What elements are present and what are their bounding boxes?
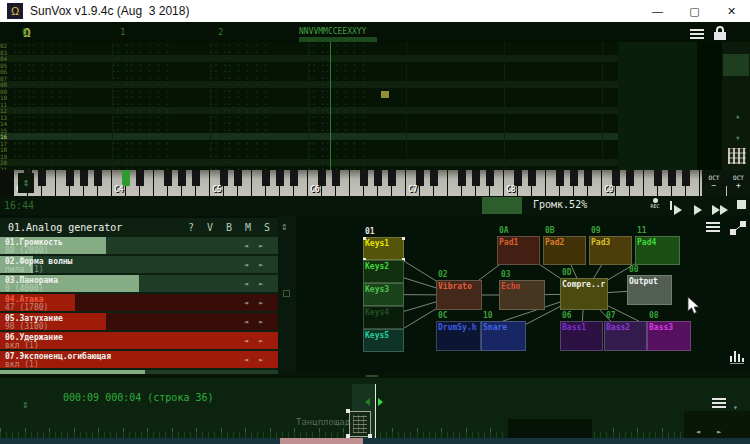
controller-row[interactable]: 04.Атака47 (1780)◄► — [0, 294, 278, 311]
controller-inc-arrow[interactable]: ► — [259, 356, 263, 364]
piano-key-black[interactable] — [220, 170, 228, 186]
module-keys2[interactable]: Keys2 — [363, 260, 404, 283]
piano-key-black[interactable] — [192, 170, 200, 186]
piano-key-black[interactable] — [290, 170, 298, 186]
piano-key-black[interactable] — [654, 170, 662, 186]
controller-dec-arrow[interactable]: ◄ — [244, 280, 248, 288]
controller-row[interactable]: 03.Панорама0 (4000)◄► — [0, 275, 278, 292]
module-pad4[interactable]: Pad4 — [635, 236, 680, 265]
scrollbar-thumb[interactable] — [723, 54, 749, 76]
controller-inc-arrow[interactable]: ► — [259, 299, 263, 307]
module-keys3[interactable]: Keys3 — [363, 283, 404, 306]
piano-key-black[interactable] — [668, 170, 676, 186]
mini-keyboard-icon[interactable] — [728, 148, 746, 164]
minimize-button[interactable]: — — [639, 0, 676, 22]
piano-key-black[interactable] — [612, 170, 620, 186]
timeline-caret-icon[interactable]: ▾ — [733, 403, 738, 412]
divider-handle-icon[interactable]: ⇕ — [281, 220, 288, 233]
controller-dec-arrow[interactable]: ◄ — [244, 242, 248, 250]
panel-button-v[interactable]: V — [207, 222, 213, 233]
controller-dec-arrow[interactable]: ◄ — [244, 261, 248, 269]
module-bass1[interactable]: Bass1 — [560, 321, 603, 351]
piano-key-black[interactable] — [486, 170, 494, 186]
piano-key-black[interactable] — [416, 170, 424, 186]
controller-dec-arrow[interactable]: ◄ — [244, 299, 248, 307]
scroll-up-icon[interactable]: ▲ — [736, 112, 740, 119]
lock-icon[interactable] — [713, 26, 729, 41]
piano-key-black[interactable] — [556, 170, 564, 186]
selection-handle[interactable] — [346, 409, 350, 413]
panel-divider[interactable]: ⇕ — [278, 215, 296, 374]
piano-key-black[interactable] — [374, 170, 382, 186]
modules-menu-icon[interactable] — [706, 222, 720, 234]
piano-key-black[interactable] — [234, 170, 242, 186]
modules-panel[interactable]: 01Keys1Keys2Keys3Keys4Keys502Vibrato03Ec… — [296, 215, 750, 374]
controller-dec-arrow[interactable]: ◄ — [244, 337, 248, 345]
piano-key-black[interactable] — [94, 170, 102, 186]
piano-key-black[interactable] — [682, 170, 690, 186]
piano-key-black[interactable] — [66, 170, 74, 186]
module-drumsyh[interactable]: DrumSy.h — [436, 321, 481, 351]
controller-inc-arrow[interactable]: ► — [259, 280, 263, 288]
module-pad3[interactable]: Pad3 — [589, 236, 632, 265]
pattern-scrollbar[interactable]: ▲ ▼ — [722, 42, 750, 172]
controller-row[interactable]: 02.Форма волныпила (1)◄► — [0, 256, 278, 273]
controller-inc-arrow[interactable]: ► — [259, 242, 263, 250]
keyboard-resize-handle[interactable]: ⇕ — [18, 173, 34, 193]
piano-key-black[interactable] — [388, 170, 396, 186]
piano-key-black[interactable] — [430, 170, 438, 186]
piano-key-black[interactable] — [570, 170, 578, 186]
maximize-button[interactable]: ▢ — [676, 0, 713, 22]
panel-button-b[interactable]: B — [226, 222, 232, 233]
piano-key-black[interactable] — [514, 170, 522, 186]
module-keys5[interactable]: Keys5 — [363, 329, 404, 352]
stop-button[interactable] — [737, 200, 746, 209]
controller-row[interactable]: 01.Громкость80 (2800)◄► — [0, 237, 278, 254]
timeline-scrollbar[interactable] — [0, 438, 750, 444]
octave-down-button[interactable]: OCT− — [702, 170, 726, 196]
close-button[interactable]: ✕ — [713, 0, 750, 22]
module-snare[interactable]: Snare — [481, 321, 526, 351]
rec-button[interactable]: REC — [646, 198, 664, 213]
controller-row[interactable]: 06.Удержаниевкл (1)◄► — [0, 332, 278, 349]
piano-key-black[interactable] — [178, 170, 186, 186]
piano-key-black[interactable] — [528, 170, 536, 186]
module-bass2[interactable]: Bass2 — [604, 321, 647, 351]
piano-key-black[interactable] — [626, 170, 634, 186]
timeline[interactable]: 000:09 000:04 (строка 36) ⇕ Танцплощадка… — [0, 374, 750, 444]
module-comprer[interactable]: Compre..r — [560, 278, 608, 310]
progress-segment[interactable] — [482, 197, 522, 214]
divider-dot[interactable] — [283, 290, 290, 297]
piano-key-black[interactable] — [136, 170, 144, 186]
scroll-down-icon[interactable]: ▼ — [736, 134, 740, 141]
panel-button-m[interactable]: M — [245, 222, 251, 233]
piano-key-black[interactable] — [458, 170, 466, 186]
timeline-scroll-right[interactable]: ► — [717, 428, 721, 436]
controller-dec-arrow[interactable]: ◄ — [244, 356, 248, 364]
controller-inc-arrow[interactable]: ► — [259, 261, 263, 269]
controller-row[interactable]: 05.Затухание98 (3100)◄► — [0, 313, 278, 330]
pattern-menu-icon[interactable] — [690, 29, 704, 41]
controller-row[interactable]: 07.Экспоненц.огибающаявкл (1)◄► — [0, 351, 278, 368]
module-keys4[interactable]: Keys4 — [363, 306, 404, 329]
module-keys1[interactable]: Keys1 — [363, 237, 404, 260]
volume-label[interactable]: Громк.52% — [533, 199, 587, 210]
piano-keyboard[interactable]: ⇕ OCT− OCT+ C3C4C5C6C7C8C9 — [0, 170, 750, 196]
piano-key-black[interactable] — [318, 170, 326, 186]
routing-icon[interactable] — [730, 220, 746, 234]
piano-key-black[interactable] — [584, 170, 592, 186]
timeline-scrollbar-thumb[interactable] — [280, 438, 363, 444]
piano-key-black[interactable] — [262, 170, 270, 186]
piano-key-active[interactable] — [122, 170, 130, 186]
timeline-grip[interactable] — [366, 375, 378, 377]
module-pad1[interactable]: Pad1 — [497, 236, 540, 265]
module-echo[interactable]: Echo — [499, 280, 545, 310]
piano-key-black[interactable] — [472, 170, 480, 186]
piano-key-black[interactable] — [38, 170, 46, 186]
timeline-handle-icon[interactable]: ⇕ — [22, 398, 36, 414]
playhead-marker-left[interactable] — [365, 398, 370, 406]
controller-dec-arrow[interactable]: ◄ — [244, 318, 248, 326]
edit-cursor[interactable] — [381, 91, 389, 98]
pattern-grid[interactable]: 02∙∙ ∙∙ ∙ ∙ ∙ ∙∙∙ ∙∙ ∙ ∙ ∙ ∙∙∙ ∙∙ ∙ ∙ ∙ … — [0, 42, 722, 172]
piano-key-black[interactable] — [80, 170, 88, 186]
